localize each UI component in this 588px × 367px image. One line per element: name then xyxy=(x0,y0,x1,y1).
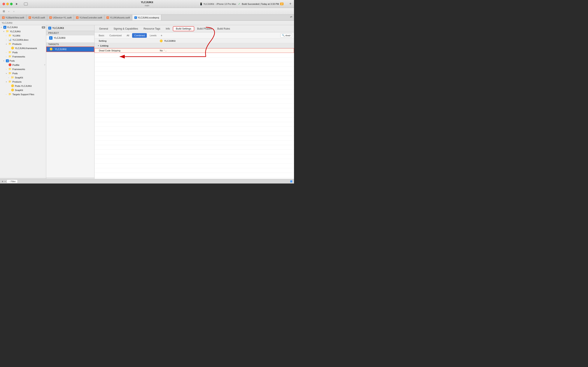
empty-row xyxy=(95,154,294,159)
remove-file-button[interactable]: − xyxy=(4,180,6,183)
table-column-headers: Setting 🟡 YLCJUIKit xyxy=(95,39,294,43)
project-icon: A xyxy=(48,27,51,30)
sidebar-item-ylcjuikit-group[interactable]: ▾ 📁 YLCJUIKit xyxy=(0,29,46,33)
empty-row xyxy=(95,113,294,117)
navigator-toggle[interactable]: ⊞ xyxy=(2,9,6,13)
empty-row xyxy=(95,53,294,58)
empty-row xyxy=(95,58,294,62)
tab-resource-tags[interactable]: Resource Tags xyxy=(141,26,163,31)
search-box[interactable]: 🔍 dead xyxy=(280,33,292,38)
target-nav-item-ylcjuikit[interactable]: 🟡 YLCJUIKit xyxy=(46,47,94,52)
filter-tab-levels[interactable]: Levels xyxy=(148,33,159,38)
tab-general[interactable]: General xyxy=(97,26,111,31)
empty-row xyxy=(95,104,294,108)
folder-icon: 📁 xyxy=(9,34,12,37)
sidebar-item-yluikit[interactable]: › 📁 YLUIKit xyxy=(0,33,46,38)
device-info[interactable]: 📱 YLCJUIKit › iPhone 13 Pro Max xyxy=(199,2,236,5)
folder-icon: 📁 xyxy=(9,42,12,46)
empty-row xyxy=(95,159,294,164)
chevron-down-icon: ▾ xyxy=(6,43,9,45)
folder-icon: 📁 xyxy=(9,72,12,75)
empty-rows xyxy=(95,53,294,182)
empty-row xyxy=(95,85,294,90)
sidebar-item-products-1[interactable]: ▾ 📁 Products xyxy=(0,42,46,46)
chevron-right-icon: › xyxy=(6,39,9,41)
sidebar-item-ylcjuikit-root[interactable]: ▾ A YLCJUIKit M xyxy=(0,25,46,29)
tab-xcodeproj[interactable]: X YLCJUIKit.xcodeproj xyxy=(132,15,162,20)
tab-yluikiassets[interactable]: S YLUIKitAssets.swift xyxy=(104,15,132,20)
project-nav-item-ylcjuikit[interactable]: A YLCJUIKit xyxy=(46,35,94,41)
sidebar-item-snapkit[interactable]: › 📁 SnapKit xyxy=(0,75,46,80)
filter-tab-combined[interactable]: Combined xyxy=(132,33,147,38)
empty-row xyxy=(95,90,294,94)
empty-row xyxy=(95,62,294,67)
sidebar-item-pods-ylcjuikit[interactable]: › 🟡 Pods-YLCJUIKit xyxy=(0,84,46,88)
section-chevron-icon: ▾ xyxy=(98,45,99,47)
add-file-button[interactable]: + xyxy=(2,180,3,183)
tab-uidevice[interactable]: S UIDevice+YL.swift xyxy=(47,15,74,20)
fullscreen-button[interactable] xyxy=(10,3,13,5)
sidebar-item-pods-folder[interactable]: › 📁 Pods xyxy=(0,50,46,55)
toolbar: ⊞ ‹ › xyxy=(0,8,294,15)
xcode-project-icon: A xyxy=(6,59,9,62)
file-navigator: ▾ A YLCJUIKit M ▾ 📁 YLCJUIKit › 📁 YLUIKi… xyxy=(0,25,46,184)
empty-row xyxy=(95,131,294,136)
project-section-header: PROJECT xyxy=(46,31,94,35)
status-filter-input[interactable]: ⌖ Filter xyxy=(7,180,17,183)
sidebar-item-framework[interactable]: › 🟡 YLCJUIKit.framework xyxy=(0,46,46,50)
product-icon: 🟡 xyxy=(11,89,14,92)
sidebar-item-targets-support[interactable]: › 📁 Targets Support Files xyxy=(0,92,46,96)
split-editor-button[interactable]: ⇌ xyxy=(290,15,294,19)
modified-badge: M xyxy=(42,26,45,29)
linking-section-header[interactable]: ▾ Linking xyxy=(95,43,294,48)
stepper-icon: ⌃⌄ xyxy=(163,50,167,52)
sidebar-item-frameworks-2[interactable]: › 📁 Frameworks xyxy=(0,67,46,71)
tab-build-rules[interactable]: Build Rules xyxy=(215,26,233,31)
folder-icon: 📁 xyxy=(9,93,12,96)
xcode-project-icon: A xyxy=(3,26,6,29)
folder-icon: 📁 xyxy=(11,76,14,79)
folder-icon: 📁 xyxy=(9,51,12,54)
folder-icon: 📁 xyxy=(6,30,9,33)
sidebar-item-frameworks-1[interactable]: › 📁 Frameworks xyxy=(0,55,46,59)
tab-ylviewcontroller[interactable]: S YLViewController.swift xyxy=(74,15,104,20)
sidebar-item-snapkit-product[interactable]: › 🟡 SnapKit xyxy=(0,88,46,92)
close-button[interactable] xyxy=(2,3,5,5)
chevron-right-icon: › xyxy=(9,77,11,79)
chevron-down-icon: ▾ xyxy=(6,73,9,75)
search-icon: 🔍 xyxy=(282,34,285,37)
status-bar: + − ⌖ Filter xyxy=(0,179,294,184)
tab-info[interactable]: Info xyxy=(163,26,173,31)
chevron-icon: › xyxy=(215,3,216,5)
sidebar-toggle[interactable] xyxy=(24,2,28,5)
xcode-file-icon: X xyxy=(134,16,137,19)
filter-tab-basic[interactable]: Basic xyxy=(97,33,106,38)
new-tab-button[interactable]: + xyxy=(289,2,292,6)
sidebar-item-pods-group[interactable]: ▾ A Pods xyxy=(0,59,46,63)
project-title: YLCJUIKit xyxy=(52,27,64,30)
add-filter-button[interactable]: + xyxy=(159,33,164,38)
sidebar-item-products-2[interactable]: ▾ 📁 Products xyxy=(0,80,46,84)
build-status: ✓ Build Succeeded | Today at 3:33 PM 2 xyxy=(238,2,284,5)
dead-code-stripping-row[interactable]: Dead Code Stripping No ⌃⌄ xyxy=(95,48,294,53)
breadcrumb-item[interactable]: YLCJUIKit xyxy=(2,22,12,24)
tab-ylhud[interactable]: S YLHUD.swift xyxy=(26,15,47,20)
tab-signing[interactable]: Signing & Capabilities xyxy=(111,26,141,31)
sidebar-item-docc[interactable]: › 📊 YLCJUIKit.docc xyxy=(0,38,46,42)
tab-build-phases[interactable]: Build Phases xyxy=(195,26,214,31)
sidebar-item-podfile[interactable]: › 🔴 Podfile ? xyxy=(0,63,46,67)
sidebar-item-pods-expanded[interactable]: ▾ 📁 Pods xyxy=(0,71,46,75)
play-button[interactable] xyxy=(15,2,18,6)
project-item-icon: A xyxy=(49,36,52,40)
filter-tab-all[interactable]: All xyxy=(125,33,131,38)
minimize-button[interactable] xyxy=(6,3,9,5)
tab-build-settings[interactable]: Build Settings xyxy=(173,26,194,31)
back-button[interactable]: ‹ xyxy=(7,9,11,13)
warning-count: 2 xyxy=(280,2,284,5)
forward-button[interactable]: › xyxy=(12,9,16,13)
empty-row xyxy=(95,99,294,104)
empty-row xyxy=(95,164,294,168)
filter-tab-customized[interactable]: Customized xyxy=(107,33,124,38)
empty-row xyxy=(95,71,294,76)
tab-ylblankview[interactable]: S YLBlankView.swift xyxy=(0,15,26,20)
